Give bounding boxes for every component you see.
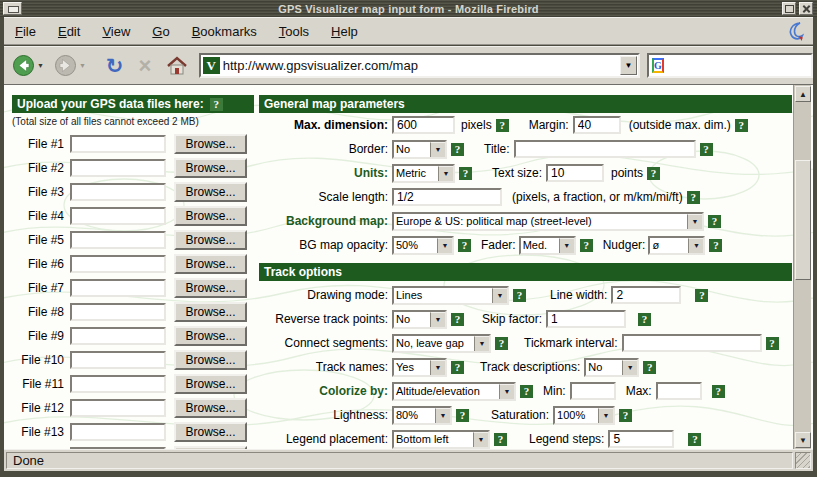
browse-button[interactable]: Browse...: [174, 326, 247, 346]
skip-factor-help-icon[interactable]: ?: [638, 313, 651, 326]
text-size-help-icon[interactable]: ?: [647, 167, 660, 180]
menu-file[interactable]: File: [4, 20, 47, 43]
lightness-help-icon[interactable]: ?: [456, 409, 469, 422]
legend-placement-help-icon[interactable]: ?: [494, 433, 507, 446]
max-dimension-help-icon[interactable]: ?: [496, 119, 509, 132]
file-path-input[interactable]: [70, 399, 166, 417]
reverse-help-icon[interactable]: ?: [451, 313, 464, 326]
units-select[interactable]: Metric ▼: [392, 164, 455, 183]
file-path-input[interactable]: [70, 255, 166, 273]
browse-button[interactable]: Browse...: [174, 446, 247, 449]
browse-button[interactable]: Browse...: [174, 254, 247, 274]
browse-button[interactable]: Browse...: [174, 374, 247, 394]
max-dimension-input[interactable]: [392, 116, 455, 134]
scroll-up-icon[interactable]: ▲: [795, 86, 811, 102]
tickmark-help-icon[interactable]: ?: [766, 337, 779, 350]
bg-opacity-select[interactable]: 50% ▼: [392, 236, 454, 255]
file-path-input[interactable]: [70, 207, 166, 225]
file-path-input[interactable]: [70, 303, 166, 321]
text-size-input[interactable]: [546, 164, 604, 182]
max-input[interactable]: [656, 382, 702, 400]
menu-edit[interactable]: Edit: [47, 20, 91, 43]
close-button[interactable]: [799, 2, 813, 15]
scale-length-input[interactable]: [392, 188, 502, 206]
background-map-help-icon[interactable]: ?: [708, 215, 721, 228]
legend-steps-input[interactable]: [608, 430, 674, 448]
file-path-input[interactable]: [70, 159, 166, 177]
file-path-input[interactable]: [70, 447, 166, 449]
file-path-input[interactable]: [70, 375, 166, 393]
colorize-help-icon[interactable]: ?: [520, 385, 533, 398]
margin-input[interactable]: [573, 116, 621, 134]
saturation-select[interactable]: 100% ▼: [553, 406, 615, 425]
drawing-mode-help-icon[interactable]: ?: [513, 289, 526, 302]
legend-steps-help-icon[interactable]: ?: [688, 433, 701, 446]
forward-button[interactable]: [54, 54, 77, 77]
url-dropdown-icon[interactable]: ▼: [620, 56, 637, 75]
reverse-select[interactable]: No ▼: [392, 310, 447, 329]
url-input[interactable]: [223, 58, 620, 73]
back-button[interactable]: [12, 54, 35, 77]
browse-button[interactable]: Browse...: [174, 158, 247, 178]
file-path-input[interactable]: [70, 351, 166, 369]
browse-button[interactable]: Browse...: [174, 230, 247, 250]
track-names-help-icon[interactable]: ?: [451, 361, 464, 374]
saturation-help-icon[interactable]: ?: [619, 409, 632, 422]
forward-dropdown-icon[interactable]: ▼: [79, 62, 86, 69]
fader-select[interactable]: Med. ▼: [519, 236, 576, 255]
browse-button[interactable]: Browse...: [174, 422, 247, 442]
track-desc-help-icon[interactable]: ?: [643, 361, 656, 374]
file-path-input[interactable]: [70, 423, 166, 441]
menu-help[interactable]: Help: [320, 20, 369, 43]
menu-bookmarks[interactable]: Bookmarks: [181, 20, 268, 43]
track-desc-select[interactable]: No ▼: [584, 358, 639, 377]
title-input[interactable]: [514, 140, 696, 158]
connect-help-icon[interactable]: ?: [495, 337, 508, 350]
scroll-down-icon[interactable]: ▼: [795, 432, 811, 448]
browse-button[interactable]: Browse...: [174, 206, 247, 226]
file-path-input[interactable]: [70, 231, 166, 249]
reload-icon[interactable]: ↻: [102, 54, 127, 78]
title-help-icon[interactable]: ?: [700, 143, 713, 156]
border-help-icon[interactable]: ?: [451, 143, 464, 156]
browse-button[interactable]: Browse...: [174, 398, 247, 418]
scale-length-help-icon[interactable]: ?: [687, 191, 700, 204]
lightness-select[interactable]: 80% ▼: [392, 406, 452, 425]
drawing-mode-select[interactable]: Lines ▼: [392, 286, 509, 305]
units-help-icon[interactable]: ?: [459, 167, 472, 180]
line-width-input[interactable]: [611, 286, 681, 304]
vertical-scrollbar[interactable]: ▲ ▼: [793, 85, 811, 449]
maximize-button[interactable]: [782, 2, 796, 15]
browse-button[interactable]: Browse...: [174, 302, 247, 322]
border-select[interactable]: No ▼: [392, 140, 447, 159]
back-dropdown-icon[interactable]: ▼: [37, 62, 44, 69]
tickmark-input[interactable]: [622, 334, 762, 352]
menu-view[interactable]: View: [91, 20, 141, 43]
browse-button[interactable]: Browse...: [174, 350, 247, 370]
menu-go[interactable]: Go: [141, 20, 180, 43]
line-width-help-icon[interactable]: ?: [695, 289, 708, 302]
file-path-input[interactable]: [70, 279, 166, 297]
colorize-select[interactable]: Altitude/elevation ▼: [392, 382, 516, 401]
skip-factor-input[interactable]: [546, 310, 626, 328]
file-path-input[interactable]: [70, 135, 166, 153]
browse-button[interactable]: Browse...: [174, 278, 247, 298]
margin-help-icon[interactable]: ?: [735, 119, 748, 132]
search-input[interactable]: [667, 59, 817, 73]
minmax-help-icon[interactable]: ?: [712, 385, 725, 398]
nudger-help-icon[interactable]: ?: [709, 239, 722, 252]
upload-help-icon[interactable]: ?: [210, 98, 223, 111]
menu-tools[interactable]: Tools: [268, 20, 320, 43]
browse-button[interactable]: Browse...: [174, 182, 247, 202]
browse-button[interactable]: Browse...: [174, 134, 247, 154]
file-path-input[interactable]: [70, 183, 166, 201]
stop-icon[interactable]: ×: [133, 53, 156, 79]
nudger-select[interactable]: ø ▼: [648, 236, 705, 255]
fader-help-icon[interactable]: ?: [580, 239, 593, 252]
track-names-select[interactable]: Yes ▼: [392, 358, 447, 377]
legend-placement-select[interactable]: Bottom left ▼: [392, 430, 490, 449]
scrollbar-thumb[interactable]: [795, 160, 811, 280]
connect-select[interactable]: No, leave gap ▼: [392, 334, 491, 353]
bg-opacity-help-icon[interactable]: ?: [458, 239, 471, 252]
home-icon[interactable]: [165, 55, 189, 77]
